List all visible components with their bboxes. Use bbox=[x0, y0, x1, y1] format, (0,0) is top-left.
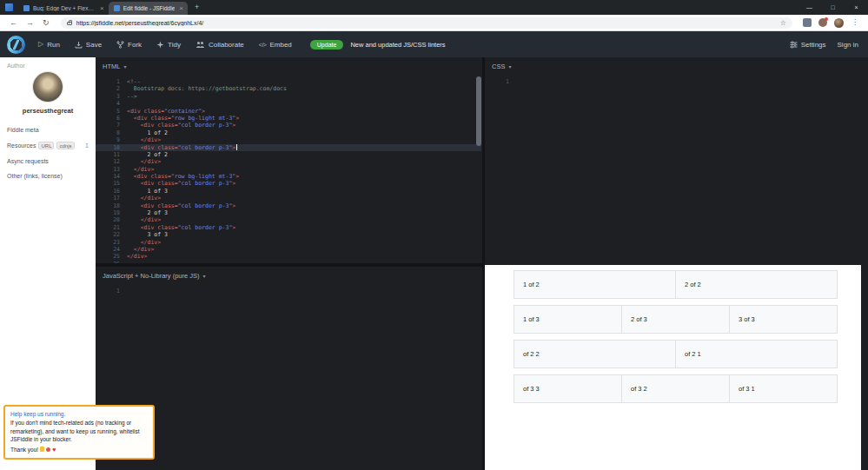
tab-title: Bug: Edge Dev + FlexBox + RTL :... bbox=[33, 5, 96, 11]
tidy-icon bbox=[156, 41, 164, 49]
fork-button[interactable]: Fork bbox=[116, 41, 142, 49]
css-panel: CSS ▾ 1 bbox=[485, 57, 868, 265]
result-cell: of 3 3 bbox=[514, 374, 622, 403]
run-label: Run bbox=[47, 41, 60, 49]
play-icon: ▷ bbox=[38, 41, 43, 48]
ad-blocker-notice: Help keep us running. If you don't mind … bbox=[3, 405, 155, 460]
html-panel-header[interactable]: HTML ▾ bbox=[96, 57, 482, 75]
result-cell: 3 of 3 bbox=[729, 305, 838, 334]
window-controls: — □ × bbox=[798, 0, 868, 15]
sidebar-item-resources: Resources URL cdnjs 1 bbox=[7, 142, 89, 149]
tab-favicon-icon bbox=[114, 5, 120, 11]
save-button[interactable]: Save bbox=[75, 41, 102, 49]
css-panel-header[interactable]: CSS ▾ bbox=[485, 57, 868, 75]
chevron-down-icon: ▾ bbox=[203, 273, 206, 279]
settings-button[interactable]: Settings bbox=[790, 41, 826, 49]
author-username[interactable]: perseusthegreat bbox=[7, 107, 89, 115]
settings-sliders-icon bbox=[790, 41, 798, 49]
resources-count: 1 bbox=[85, 142, 89, 149]
line-number: 4 bbox=[96, 100, 120, 107]
url-text: https://jsfiddle.net/perseusthegreat/6cy… bbox=[76, 20, 780, 26]
result-row: of 3 3of 3 2of 3 1 bbox=[514, 374, 838, 403]
js-panel-header[interactable]: JavaScript + No-Library (pure JS) ▾ bbox=[96, 267, 482, 284]
line-number: 6 bbox=[96, 115, 120, 122]
address-bar[interactable]: https://jsfiddle.net/perseusthegreat/6cy… bbox=[61, 17, 792, 29]
line-number: 14 bbox=[96, 173, 120, 180]
line-number: 21 bbox=[96, 224, 120, 231]
sign-in-button[interactable]: Sign in bbox=[838, 41, 858, 49]
extension-icon[interactable] bbox=[803, 18, 812, 27]
save-label: Save bbox=[86, 41, 102, 49]
browser-profile-avatar[interactable] bbox=[834, 18, 844, 28]
html-editor[interactable]: 1234567891011121314151617181920212223242… bbox=[96, 75, 482, 263]
result-cell: 2 of 3 bbox=[621, 305, 730, 334]
reload-button[interactable]: ↻ bbox=[43, 19, 50, 27]
new-tab-button[interactable]: + bbox=[195, 3, 199, 11]
result-cell: of 2 1 bbox=[675, 340, 838, 368]
jsfiddle-logo[interactable] bbox=[7, 36, 25, 54]
collaborate-button[interactable]: Collaborate bbox=[195, 41, 244, 49]
resources-cdnjs-button[interactable]: cdnjs bbox=[56, 142, 74, 149]
fork-label: Fork bbox=[128, 41, 142, 49]
result-panel: 1 of 22 of 21 of 32 of 33 of 3of 2 2of 2… bbox=[485, 265, 861, 470]
tab-close-icon[interactable]: × bbox=[179, 5, 183, 12]
line-number: 5 bbox=[96, 108, 120, 115]
code-line bbox=[127, 261, 474, 263]
author-label: Author bbox=[7, 63, 89, 69]
run-button[interactable]: ▷ Run bbox=[38, 41, 60, 49]
tab-edit-fiddle[interactable]: Edit fiddle - JSFiddle × bbox=[109, 2, 188, 15]
minimize-button[interactable]: — bbox=[798, 0, 821, 15]
result-row: 1 of 22 of 2 bbox=[514, 270, 838, 299]
sidebar-item-async-requests[interactable]: Async requests bbox=[7, 158, 89, 164]
tab-bug-edge-flexbox-rtl[interactable]: Bug: Edge Dev + FlexBox + RTL :... × bbox=[18, 2, 109, 15]
sidebar-item-fiddle-meta[interactable]: Fiddle meta bbox=[7, 127, 89, 133]
line-number: 13 bbox=[96, 166, 120, 173]
browser-menu-icon[interactable]: ⋮ bbox=[851, 19, 858, 26]
line-number: 23 bbox=[96, 239, 120, 246]
author-avatar[interactable] bbox=[33, 72, 63, 102]
code-line: <div class="col border p-3"> bbox=[127, 202, 474, 209]
maximize-button[interactable]: □ bbox=[821, 0, 845, 15]
right-column: CSS ▾ 1 1 of 22 of 21 of 32 of 33 of 3of… bbox=[482, 57, 868, 470]
line-number: 16 bbox=[96, 188, 120, 195]
scrollbar-thumb[interactable] bbox=[476, 76, 481, 146]
tab-close-icon[interactable]: × bbox=[100, 5, 104, 12]
html-panel-label: HTML bbox=[103, 63, 120, 70]
html-panel: HTML ▾ 123456789101112131415161718192021… bbox=[96, 57, 482, 263]
extension-notification-icon[interactable] bbox=[818, 18, 827, 27]
embed-code-icon: </> bbox=[259, 42, 267, 48]
red-circle-emoji-icon bbox=[46, 447, 50, 452]
resources-url-button[interactable]: URL bbox=[38, 142, 54, 149]
css-panel-label: CSS bbox=[492, 63, 505, 70]
forward-button[interactable]: → bbox=[26, 19, 34, 27]
bookmark-star-icon[interactable]: ☆ bbox=[780, 19, 786, 27]
close-window-button[interactable]: × bbox=[845, 0, 868, 15]
code-line: 2 of 3 bbox=[127, 209, 474, 216]
code-line: </div> bbox=[127, 158, 474, 165]
line-number: 1 bbox=[485, 78, 509, 85]
back-button[interactable]: ← bbox=[10, 19, 17, 27]
code-line bbox=[127, 100, 474, 107]
horns-hand-emoji-icon bbox=[40, 447, 44, 452]
ad-notice-body: If you don't mind tech-related ads (no t… bbox=[10, 419, 148, 443]
padlock-icon bbox=[67, 22, 72, 25]
code-line: </div> bbox=[127, 136, 474, 143]
embed-button[interactable]: </> Embed bbox=[259, 41, 292, 49]
code-line: </div> bbox=[127, 166, 474, 173]
ad-notice-title-link[interactable]: Help keep us running. bbox=[10, 410, 148, 418]
css-editor[interactable]: 1 bbox=[485, 75, 868, 265]
line-number: 9 bbox=[96, 136, 120, 143]
code-line: </div> bbox=[127, 239, 474, 246]
sidebar-item-other-links-license[interactable]: Other (links, license) bbox=[7, 173, 89, 179]
code-line: Bootstrap docs: https://getbootstrap.com… bbox=[127, 85, 474, 92]
html-editor-scrollbar[interactable] bbox=[476, 76, 481, 261]
result-container: 1 of 22 of 21 of 32 of 33 of 3of 2 2of 2… bbox=[485, 265, 861, 403]
resources-label[interactable]: Resources bbox=[7, 142, 36, 149]
update-announcement[interactable]: New and updated JS/CSS linters bbox=[350, 41, 445, 49]
collaborate-label: Collaborate bbox=[209, 41, 244, 49]
settings-label: Settings bbox=[801, 41, 826, 49]
tidy-button[interactable]: Tidy bbox=[156, 41, 181, 49]
collaborate-icon bbox=[195, 41, 205, 49]
line-number: 12 bbox=[96, 158, 120, 165]
update-badge[interactable]: Update bbox=[310, 40, 344, 50]
